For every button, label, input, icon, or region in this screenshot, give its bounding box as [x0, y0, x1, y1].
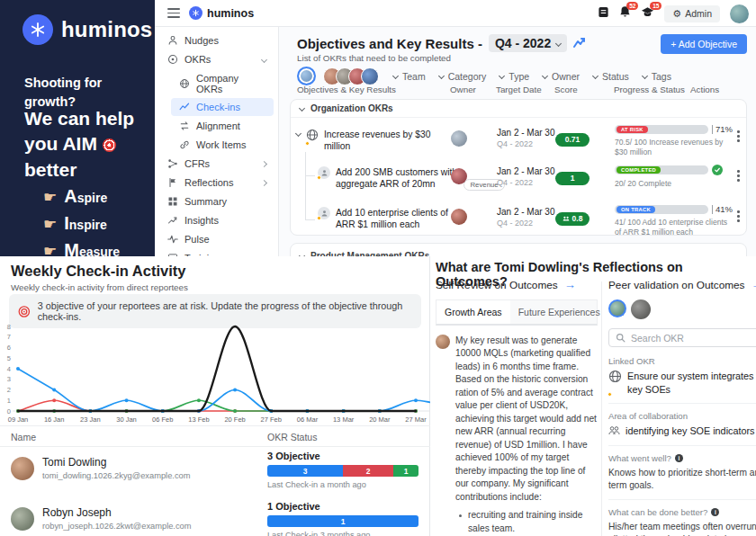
status-dot: [305, 141, 310, 146]
arrow-right-icon[interactable]: →: [751, 278, 756, 291]
search-icon: [616, 333, 626, 343]
sidebar-label: Check-ins: [196, 102, 240, 112]
okr-main-area: Objectives and Key Results - Q4 - 2022 +…: [279, 27, 756, 256]
svg-text:0: 0: [7, 407, 11, 415]
col-header-target-date: Target Date: [496, 85, 542, 94]
row-menu-icon[interactable]: [735, 168, 742, 183]
filter-category[interactable]: Category: [439, 71, 487, 82]
svg-text:7: 7: [7, 333, 11, 341]
key-result-row[interactable]: Add 10 enterprise clients of ARR $1 mill…: [291, 201, 746, 236]
sidebar-label: OKRs: [184, 54, 211, 65]
target-quarter: Q4 - 2022: [497, 219, 554, 228]
my-avatar-filter[interactable]: [297, 67, 316, 85]
team-avatars[interactable]: [323, 67, 379, 85]
owner-avatar[interactable]: [451, 130, 467, 147]
arrow-right-icon[interactable]: →: [564, 278, 576, 291]
chevron-down-icon: [392, 73, 399, 79]
reflections-panel: What are Tomi Dowling's Reflections on O…: [430, 256, 756, 536]
chevron-down-icon: [642, 73, 648, 79]
info-icon[interactable]: i: [675, 454, 683, 462]
sidebar-item-cfrs[interactable]: CFRs: [159, 155, 274, 173]
section-organization-okrs[interactable]: Organization OKRs: [291, 100, 746, 118]
sidebar-item-reflections[interactable]: Reflections: [159, 174, 274, 192]
okr-search[interactable]: [608, 328, 756, 347]
sidebar-item-alignment[interactable]: Alignment: [171, 117, 274, 135]
sidebar-label: Nudges: [184, 35, 219, 46]
point-rest: spire: [77, 191, 107, 205]
svg-text:5: 5: [7, 354, 11, 362]
swap-arrows-icon: [178, 121, 190, 132]
self-review-text: My key result was to generate 10000 MQLs…: [455, 335, 598, 504]
chevron-down-icon[interactable]: [295, 130, 302, 137]
admin-button[interactable]: ⚙ Admin: [664, 5, 720, 22]
hamburger-menu-icon[interactable]: [167, 8, 180, 18]
filter-team[interactable]: Team: [393, 71, 426, 82]
svg-text:8: 8: [7, 323, 11, 331]
filter-owner[interactable]: Owner: [543, 71, 580, 82]
owner-avatar[interactable]: [451, 209, 467, 225]
topbar-actions: 52 15 ⚙ Admin: [598, 3, 749, 24]
self-review-heading: Self Review on Outcomes →: [436, 278, 598, 291]
went-well-text: Knows how to prioritize short-term and l…: [608, 467, 756, 493]
filter-status[interactable]: Status: [593, 71, 629, 82]
bullet-item: recruiting and training inside sales tea…: [459, 509, 598, 535]
section-product-management-okrs[interactable]: Product Management OKRs: [291, 244, 746, 256]
progress-bar: COMPLETED: [615, 165, 708, 174]
add-objective-button[interactable]: + Add Objective: [661, 34, 747, 54]
tab-future-experiences[interactable]: Future Experiences: [510, 300, 608, 324]
peer-avatar[interactable]: [631, 299, 651, 319]
notifications-bell-icon[interactable]: 52: [619, 5, 631, 22]
peer-avatar-selected[interactable]: [608, 299, 626, 317]
chevron-down-icon: [299, 105, 305, 112]
checkin-row-robyn[interactable]: Robyn Joseph robyn_joseph.1026.2kwt@exam…: [0, 497, 430, 536]
filter-tags[interactable]: Tags: [643, 71, 671, 82]
svg-text:4: 4: [7, 365, 11, 373]
svg-text:06 Mar: 06 Mar: [297, 415, 319, 424]
search-okr-input[interactable]: [631, 333, 756, 344]
chevron-down-icon: [261, 56, 267, 62]
checkin-row-tomi[interactable]: Tomi Dowling tomi_dowling.1026.2kyg@exam…: [0, 447, 430, 494]
people-icon: [562, 216, 570, 221]
status-pill-on-track: ON TRACK: [616, 206, 655, 213]
user-avatar[interactable]: [730, 4, 749, 23]
analytics-icon[interactable]: [573, 38, 588, 49]
sidebar-item-pulse[interactable]: Pulse: [159, 230, 274, 248]
row-menu-icon[interactable]: [735, 209, 742, 224]
done-better-text: His/her team meetings often overrun the …: [608, 521, 756, 536]
pointing-finger-icon: ☛: [43, 188, 57, 207]
sidebar-item-okrs[interactable]: OKRs: [159, 50, 274, 68]
sidebar-item-insights[interactable]: Insights: [159, 211, 274, 229]
sidebar-item-check-ins[interactable]: Check-ins: [171, 98, 274, 116]
people-icon: [608, 425, 620, 435]
target-quarter: Q4 - 2022: [497, 178, 554, 187]
row-menu-icon[interactable]: [735, 129, 742, 144]
sidebar-item-nudges[interactable]: Nudges: [159, 31, 274, 49]
bell-badge: 52: [626, 2, 638, 10]
globe-icon: [178, 77, 190, 89]
sidebar-item-company-okrs[interactable]: Company OKRs: [171, 69, 274, 97]
share-nodes-icon: [166, 158, 178, 170]
info-icon[interactable]: i: [711, 508, 719, 516]
flag-icon: [166, 177, 178, 189]
progress-bar: ON TRACK: [615, 205, 708, 214]
period-selector[interactable]: Q4 - 2022: [489, 34, 567, 52]
svg-text:16 Jan: 16 Jan: [44, 415, 65, 424]
sidebar-item-summary[interactable]: Summary: [159, 192, 274, 210]
learning-cap-icon[interactable]: 15: [641, 5, 654, 22]
tab-growth-areas[interactable]: Growth Areas: [436, 300, 510, 324]
filter-type[interactable]: Type: [500, 71, 529, 82]
target-quarter: Q4 - 2022: [497, 139, 554, 148]
owner-avatar[interactable]: [451, 168, 467, 184]
linked-okr[interactable]: Ensure our system integrates with key SO…: [608, 370, 756, 396]
objective-row[interactable]: Increase revenues by $30 million Jan 2 -…: [291, 118, 746, 161]
journal-icon[interactable]: [598, 5, 609, 22]
collaboration-item: identifying key SOE indicators: [608, 424, 756, 438]
sidebar-label: Alignment: [196, 121, 240, 131]
target-icon: [166, 54, 178, 66]
sidebar-item-work-items[interactable]: Work Items: [171, 136, 274, 154]
app-brand[interactable]: huminos: [189, 6, 254, 20]
pointing-finger-icon: ☛: [43, 215, 57, 234]
checkin-title: Weekly Check-in Activity: [11, 263, 185, 280]
last-checkin: Last Check-in 3 months ago: [267, 531, 418, 536]
key-result-row[interactable]: Add 200 SMB customers with aggregate ARR…: [291, 161, 746, 201]
